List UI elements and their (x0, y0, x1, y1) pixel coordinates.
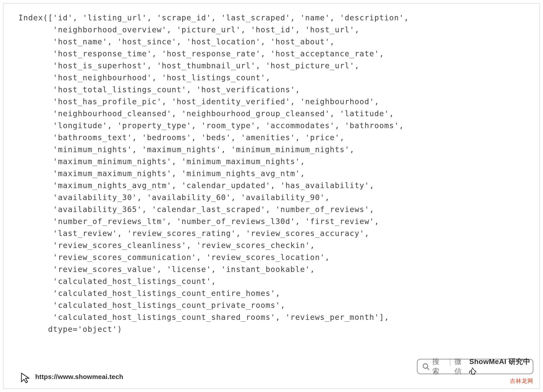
search-pill-text: 搜索 ｜ 微信 ShowMeAI 研究中心 (432, 357, 533, 376)
search-icon (422, 363, 430, 370)
footer-url: https://www.showmeai.tech (35, 373, 123, 381)
pill-divider: ｜ (447, 357, 453, 367)
pill-wechat-label: 微信 (454, 357, 468, 376)
corner-brand: 吉林龙网 (510, 377, 533, 385)
cursor-icon (18, 371, 32, 385)
pill-brand: ShowMeAI 研究中心 (469, 357, 533, 376)
code-output: Index(['id', 'listing_url', 'scrape_id',… (18, 12, 534, 335)
search-pill[interactable]: 搜索 ｜ 微信 ShowMeAI 研究中心 (417, 359, 533, 374)
pill-search-label: 搜索 (432, 357, 446, 376)
svg-line-1 (427, 368, 429, 370)
